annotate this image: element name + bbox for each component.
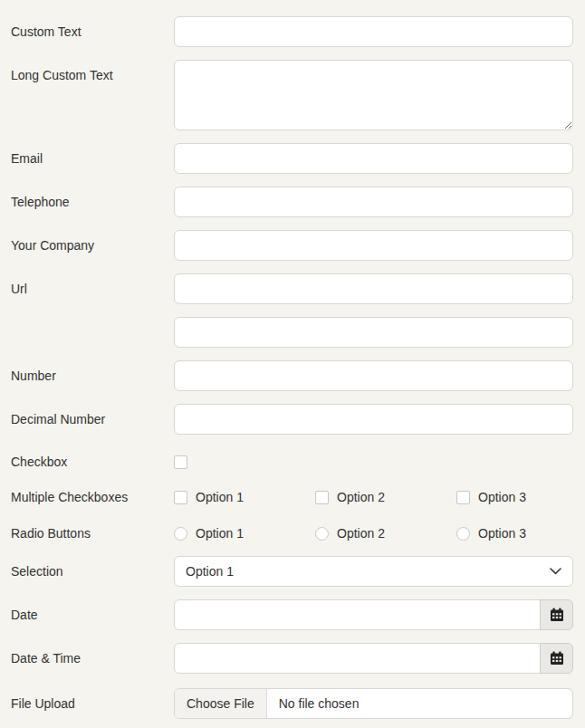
date-picker-button[interactable]	[540, 599, 573, 630]
datetime-label: Date & Time	[11, 651, 174, 666]
email-field[interactable]	[174, 143, 573, 174]
row-custom-text: Custom Text	[11, 16, 573, 47]
row-company: Your Company	[11, 230, 573, 261]
multiple-checkboxes-label: Multiple Checkboxes	[11, 490, 174, 505]
choose-file-button[interactable]: Choose File	[175, 689, 267, 718]
row-number: Number	[11, 360, 573, 391]
datetime-picker-button[interactable]	[540, 643, 573, 674]
file-status-text: No file chosen	[267, 689, 371, 718]
row-long-custom-text: Long Custom Text	[11, 60, 573, 130]
row-multiple-checkboxes: Multiple Checkboxes Option 1 Option 2 Op…	[11, 486, 573, 508]
date-input[interactable]	[174, 599, 541, 630]
checkbox-option-2-box[interactable]	[315, 491, 329, 504]
date-label: Date	[11, 608, 174, 623]
telephone-label: Telephone	[11, 195, 174, 210]
row-decimal-number: Decimal Number	[11, 404, 573, 435]
radio-option-3-label: Option 3	[478, 526, 526, 541]
number-label: Number	[11, 369, 174, 384]
row-datetime: Date & Time	[11, 643, 573, 674]
file-upload-label: File Upload	[11, 696, 174, 712]
calendar-icon	[550, 608, 564, 622]
radio-option-1-button[interactable]	[174, 527, 187, 541]
long-custom-text-textarea[interactable]	[174, 60, 573, 130]
radio-option-2-label: Option 2	[337, 526, 385, 541]
radio-option-2-button[interactable]	[315, 527, 329, 541]
company-label: Your Company	[11, 238, 174, 254]
checkbox-option-1[interactable]: Option 1	[174, 490, 315, 504]
checkbox-option-1-label: Option 1	[196, 490, 244, 504]
checkbox-option-3[interactable]: Option 3	[456, 490, 585, 504]
telephone-field[interactable]	[174, 187, 573, 217]
decimal-number-label: Decimal Number	[11, 412, 174, 427]
row-telephone: Telephone	[11, 187, 573, 217]
custom-text-label: Custom Text	[11, 24, 174, 40]
unlabeled-field[interactable]	[174, 317, 573, 348]
decimal-number-field[interactable]	[174, 404, 573, 435]
row-selection: Selection Option 1	[11, 556, 573, 587]
row-url: Url	[11, 273, 573, 304]
checkbox-option-2[interactable]: Option 2	[315, 490, 456, 504]
row-file-upload: File Upload Choose File No file chosen	[11, 688, 573, 719]
row-date: Date	[11, 599, 573, 630]
row-radio-buttons: Radio Buttons Option 1 Option 2 Option 3	[11, 522, 573, 544]
long-custom-text-label: Long Custom Text	[11, 60, 174, 83]
radio-option-1[interactable]: Option 1	[174, 526, 315, 541]
url-field[interactable]	[174, 273, 573, 304]
checkbox-option-1-box[interactable]	[174, 491, 187, 504]
checkbox-option-3-label: Option 3	[478, 490, 526, 504]
file-upload-input[interactable]: Choose File No file chosen	[174, 688, 573, 719]
row-email: Email	[11, 143, 573, 174]
checkbox-option-3-box[interactable]	[456, 491, 470, 504]
email-label: Email	[11, 151, 174, 167]
custom-text-input[interactable]	[174, 16, 573, 47]
checkbox-label: Checkbox	[11, 455, 174, 470]
checkbox-option-2-label: Option 2	[337, 490, 385, 504]
single-checkbox[interactable]	[174, 455, 187, 469]
company-field[interactable]	[174, 230, 573, 261]
selection-label: Selection	[11, 564, 174, 580]
radio-buttons-label: Radio Buttons	[11, 526, 174, 541]
url-label: Url	[11, 282, 174, 297]
selection-select[interactable]: Option 1	[174, 556, 573, 587]
radio-option-3-button[interactable]	[456, 527, 470, 541]
row-checkbox: Checkbox	[11, 451, 573, 473]
calendar-icon	[550, 651, 564, 666]
radio-option-1-label: Option 1	[196, 526, 244, 541]
row-unlabeled	[11, 317, 573, 348]
number-field[interactable]	[174, 360, 573, 391]
radio-option-2[interactable]: Option 2	[315, 526, 456, 541]
contact-form: Custom Text Long Custom Text Email Telep…	[0, 0, 585, 719]
radio-option-3[interactable]: Option 3	[456, 526, 585, 541]
datetime-input[interactable]	[174, 643, 541, 674]
